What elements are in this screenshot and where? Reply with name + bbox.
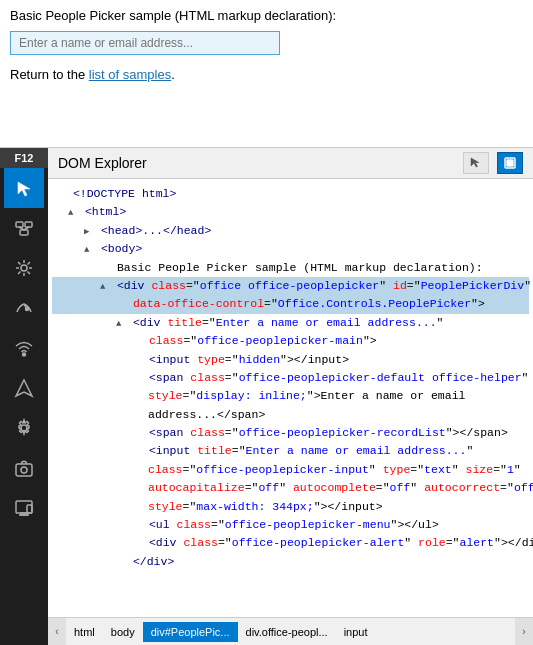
page-title: Basic People Picker sample (HTML markup …	[10, 8, 523, 23]
expand-icon[interactable]: ▶	[84, 225, 94, 239]
svg-point-5	[21, 265, 27, 271]
dom-line-input-text-4: style="max-width: 344px;"></input>	[52, 498, 529, 516]
breadcrumb-body[interactable]: body	[103, 622, 143, 642]
dom-line-input-text-3: autocapitalize="off" autocomplete="off" …	[52, 479, 529, 497]
breadcrumb-html[interactable]: html	[66, 622, 103, 642]
breadcrumb-scroll-right[interactable]: ›	[515, 618, 533, 646]
dom-line-div-peoplepicker-2: data-office-control="Office.Controls.Peo…	[52, 295, 529, 313]
return-text: Return to the	[10, 67, 89, 82]
sidebar-icon-emulation[interactable]	[4, 488, 44, 528]
sidebar-icon-select[interactable]	[4, 168, 44, 208]
dom-line-inner-div-2: class="office-peoplepicker-main">	[52, 332, 529, 350]
dom-line-head: ▶ <head>...</head>	[52, 222, 529, 240]
svg-rect-16	[27, 505, 32, 513]
select-element-button[interactable]	[463, 152, 489, 174]
breadcrumb-div-peoplepicker[interactable]: div#PeoplePic...	[143, 622, 238, 642]
dom-line-input-text-2: class="office-peoplepicker-input" type="…	[52, 461, 529, 479]
sidebar-icon-wifi[interactable]	[4, 328, 44, 368]
samples-link[interactable]: list of samples	[89, 67, 171, 82]
dom-line-input-text: <input title="Enter a name or email addr…	[52, 442, 529, 460]
breadcrumb-div-office-peopl[interactable]: div.office-peopl...	[238, 622, 336, 642]
display-toggle-button[interactable]	[497, 152, 523, 174]
sidebar-icon-network[interactable]	[4, 248, 44, 288]
expand-icon[interactable]: ▲	[68, 206, 78, 220]
svg-rect-1	[25, 222, 32, 227]
svg-rect-0	[16, 222, 23, 227]
dom-panel: DOM Explorer <!DOCTYPE html>	[48, 148, 533, 645]
svg-point-7	[26, 308, 29, 311]
dom-line-span-default: <span class="office-peoplepicker-default…	[52, 369, 529, 387]
expand-icon[interactable]: ▲	[116, 317, 126, 331]
expand-icon[interactable]	[56, 188, 66, 202]
sidebar-icon-settings[interactable]	[4, 408, 44, 448]
dom-explorer-title: DOM Explorer	[58, 155, 455, 171]
svg-point-8	[23, 353, 26, 356]
sidebar-icon-performance[interactable]	[4, 288, 44, 328]
breadcrumb-scroll-left[interactable]: ‹	[48, 618, 66, 646]
dom-line-ul-menu: <ul class="office-peoplepicker-menu"></u…	[52, 516, 529, 534]
top-area: Basic People Picker sample (HTML markup …	[0, 0, 533, 148]
dom-line-inner-div: ▲ <div title="Enter a name or email addr…	[52, 314, 529, 332]
dom-line-html: ▲ <html>	[52, 203, 529, 221]
sidebar-icon-location[interactable]	[4, 368, 44, 408]
return-link-area: Return to the list of samples.	[10, 67, 523, 82]
sidebar: F12	[0, 148, 48, 645]
dom-line-body: ▲ <body>	[52, 240, 529, 258]
sidebar-icon-camera[interactable]	[4, 448, 44, 488]
svg-point-12	[21, 467, 27, 473]
dom-line-doctype: <!DOCTYPE html>	[52, 185, 529, 203]
svg-rect-18	[507, 160, 513, 166]
dom-line-span-default-2: style="display: inline;">Enter a name or…	[52, 387, 529, 405]
expand-icon[interactable]: ▲	[100, 280, 110, 294]
main-content: Basic People Picker sample (HTML markup …	[0, 0, 533, 147]
svg-rect-13	[16, 501, 32, 513]
svg-rect-11	[16, 464, 32, 476]
svg-rect-2	[20, 230, 28, 235]
svg-point-10	[21, 425, 27, 431]
dom-line-span-default-3: address...</span>	[52, 406, 529, 424]
svg-marker-9	[16, 380, 32, 396]
dom-line-closing-div: </div>	[52, 553, 529, 571]
breadcrumb-bar: ‹ html body div#PeoplePic... div.office-…	[48, 617, 533, 645]
dom-line-div-peoplepicker[interactable]: ▲ <div class="office office-peoplepicker…	[52, 277, 529, 295]
dom-content: <!DOCTYPE html> ▲ <html> ▶ <head>...</he…	[48, 179, 533, 617]
dom-explorer: F12	[0, 148, 533, 645]
expand-icon[interactable]: ▲	[84, 243, 94, 257]
dom-line-span-recordlist: <span class="office-peoplepicker-recordL…	[52, 424, 529, 442]
dom-line-text-node: Basic People Picker sample (HTML markup …	[52, 259, 529, 277]
breadcrumb-items: html body div#PeoplePic... div.office-pe…	[66, 622, 515, 642]
people-picker-input[interactable]	[10, 31, 280, 55]
sidebar-icon-dom[interactable]	[4, 208, 44, 248]
f12-label: F12	[0, 148, 48, 168]
breadcrumb-input[interactable]: input	[336, 622, 376, 642]
dom-line-div-alert: <div class="office-peoplepicker-alert" r…	[52, 534, 529, 552]
dom-header: DOM Explorer	[48, 148, 533, 179]
dom-line-input-hidden: <input type="hidden"></input>	[52, 351, 529, 369]
